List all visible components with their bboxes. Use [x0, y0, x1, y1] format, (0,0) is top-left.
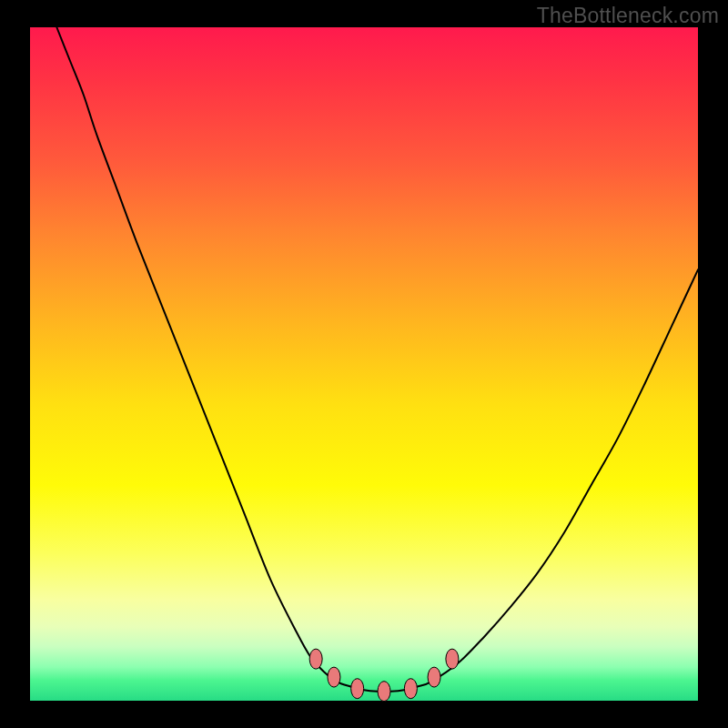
chart-svg: [0, 0, 728, 728]
valley-marker-4: [404, 679, 417, 699]
bottleneck-curve: [56, 27, 698, 692]
valley-marker-0: [309, 649, 322, 669]
valley-marker-3: [378, 682, 390, 702]
valley-marker-1: [328, 667, 340, 687]
chart-frame: TheBottleneck.com: [0, 0, 728, 728]
valley-marker-2: [351, 679, 364, 699]
valley-marker-6: [446, 649, 459, 669]
valley-marker-5: [428, 667, 440, 687]
